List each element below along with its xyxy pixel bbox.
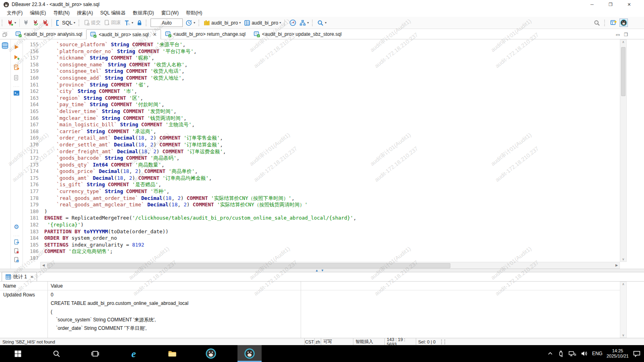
editor-horizontal-scrollbar[interactable]: ◀ ▶ — [40, 262, 620, 269]
dashboard-button[interactable] — [288, 18, 297, 28]
file-explorer-button[interactable] — [160, 345, 184, 362]
lock-button[interactable] — [135, 18, 144, 28]
line-number: 166 — [23, 115, 44, 122]
results-vertical-scrollbar[interactable]: ∧ ∨ — [620, 282, 627, 338]
schema-selector[interactable]: audit_bi_pro ▾ — [243, 18, 282, 28]
status-cell-2[interactable]: 可写 — [321, 338, 353, 345]
open-terminal-button[interactable] — [10, 88, 23, 97]
transaction-mode-button[interactable]: ▾ — [123, 18, 134, 28]
chevron-down-icon: ▾ — [74, 21, 75, 25]
sql-editor-label: SQL — [62, 20, 72, 26]
action-center-icon[interactable] — [633, 350, 641, 357]
result-row-2[interactable]: ( — [0, 307, 627, 316]
status-cell-0[interactable]: CST — [304, 338, 314, 345]
execute-script-button[interactable] — [10, 63, 23, 72]
sql-code-area[interactable]: 155 `source_platform` String COMMENT '来源… — [23, 39, 627, 261]
er-diagram-button[interactable]: ▾ — [298, 18, 310, 28]
status-cell-5[interactable]: Sel: 0 | 0 — [416, 338, 438, 345]
tab-close-icon[interactable]: ✕ — [30, 275, 33, 279]
menu-item-7[interactable]: 帮助(H) — [182, 10, 206, 16]
scroll-down-icon[interactable]: ∨ — [620, 333, 626, 337]
status-grip — [441, 339, 445, 344]
dbeaver-taskbar-button[interactable] — [199, 345, 223, 362]
commit-mode-select[interactable]: Auto — [151, 19, 183, 27]
result-row-4[interactable]: `order_date` String COMMENT '下单日期', — [0, 324, 627, 333]
execute-script-natural-button[interactable] — [10, 73, 23, 82]
panel-splitter[interactable]: ▲ ▼ — [0, 269, 644, 272]
column-header-value[interactable]: Value — [47, 283, 63, 289]
status-cell-1[interactable]: zh — [314, 338, 321, 345]
menu-item-2[interactable]: 导航(N) — [50, 10, 73, 16]
scroll-down-icon[interactable]: ∨ — [620, 257, 626, 261]
scroll-left-icon[interactable]: ◀ — [41, 263, 46, 267]
reconnect-button[interactable] — [31, 18, 40, 28]
column-header-name[interactable]: Name — [0, 283, 47, 289]
splitter-collapse-down-icon[interactable]: ▼ — [321, 269, 324, 272]
disconnect-button[interactable] — [41, 18, 50, 28]
close-button[interactable]: ✕ — [620, 0, 638, 9]
connect-button[interactable] — [22, 18, 30, 28]
export-script-button[interactable] — [10, 237, 23, 246]
menu-item-0[interactable]: 文件(F) — [3, 10, 26, 16]
editor-tab-3[interactable]: <audit_bi_pro> update_sbz_store.sql — [250, 29, 345, 39]
toolbar-search-button[interactable]: ▾ — [316, 18, 328, 28]
task-view-button[interactable] — [83, 345, 107, 362]
menu-item-5[interactable]: 数据库(D) — [129, 10, 158, 16]
usb-device-icon[interactable] — [557, 350, 564, 357]
splitter-collapse-up-icon[interactable]: ▲ — [315, 269, 318, 272]
status-cell-3[interactable]: 智能插入 — [353, 338, 384, 345]
sql-editor-button[interactable]: SQL ▾ — [54, 18, 76, 28]
menu-item-4[interactable]: SQL 编辑器 — [97, 10, 129, 16]
menu-item-1[interactable]: 编辑(E) — [26, 10, 50, 16]
maximize-view-icon[interactable]: ❒ — [624, 32, 628, 37]
editor-tab-1[interactable]: <audit_bi_pro> sale.sql✕ — [86, 29, 161, 39]
start-button[interactable] — [6, 345, 30, 362]
menu-item-6[interactable]: 窗口(W) — [158, 10, 182, 16]
scroll-right-icon[interactable]: ▶ — [614, 263, 619, 267]
search-icon — [53, 350, 60, 358]
taskbar-search-button[interactable] — [44, 345, 68, 362]
tray-chevron-up-icon[interactable] — [547, 350, 553, 357]
network-icon[interactable] — [568, 350, 576, 357]
editor-tab-2[interactable]: <audit_bi_pro> return_change.sql — [161, 29, 250, 39]
taskbar-clock[interactable]: 14:25 2025/10/21 — [607, 348, 629, 359]
result-row-1[interactable]: CREATE TABLE audit_bi_pro.custom_online_… — [0, 299, 627, 307]
execute-new-tab-button[interactable] — [10, 53, 23, 62]
restore-panes-icon[interactable] — [2, 32, 8, 37]
line-number: 160 — [23, 75, 44, 82]
commit-button[interactable]: 提交 — [83, 18, 102, 28]
connection-selector[interactable]: audit_bi_pro ▾ — [202, 18, 242, 28]
execute-statement-button[interactable] — [10, 43, 23, 51]
input-language-indicator[interactable]: ENG — [592, 351, 603, 356]
result-row-0[interactable]: Updated Rows0 — [0, 290, 627, 299]
menu-item-3[interactable]: 搜索(A) — [73, 10, 97, 16]
scroll-up-icon[interactable]: ∧ — [620, 282, 626, 286]
dbeaver-icon — [244, 348, 255, 359]
rollback-button[interactable]: 回滚 — [103, 18, 122, 28]
database-navigator-icon[interactable] — [1, 42, 9, 49]
internet-explorer-button[interactable]: e — [122, 345, 146, 362]
editor-tab-0[interactable]: <audit_bi_pro> analysis.sql — [11, 29, 86, 39]
new-connection-button[interactable]: ▾ — [6, 18, 17, 28]
minimize-view-icon[interactable]: ▭ — [616, 32, 620, 37]
script-output-button[interactable] — [10, 255, 23, 264]
statistics-tab[interactable]: 统计 1 ✕ — [2, 272, 37, 281]
maximize-button[interactable]: ❐ — [601, 0, 620, 9]
quick-search-icon[interactable] — [594, 20, 600, 26]
dbeaver-taskbar-button-active[interactable] — [237, 345, 262, 362]
volume-icon[interactable] — [580, 350, 588, 357]
scroll-up-icon[interactable]: ∧ — [620, 40, 626, 44]
transaction-log-button[interactable]: ▾ — [184, 18, 196, 28]
editor-vertical-scrollbar[interactable]: ∧ ∨ — [620, 39, 627, 262]
tab-close-icon[interactable]: ✕ — [153, 32, 157, 37]
save-script-button[interactable] — [10, 246, 23, 255]
dbeaver-perspective-icon[interactable] — [619, 19, 628, 27]
result-row-3[interactable]: `source_system` String COMMENT '来源系统', — [0, 316, 627, 324]
horizontal-scroll-thumb[interactable] — [47, 263, 450, 268]
editor-settings-gear-icon[interactable]: ⚙ — [10, 222, 23, 231]
line-number: 181 — [23, 215, 44, 222]
vertical-scroll-thumb[interactable] — [621, 47, 625, 96]
perspective-icon[interactable] — [610, 19, 617, 26]
minimize-button[interactable]: ─ — [583, 0, 601, 9]
status-cell-4[interactable]: 143 : 19 : 5693 — [384, 338, 416, 345]
